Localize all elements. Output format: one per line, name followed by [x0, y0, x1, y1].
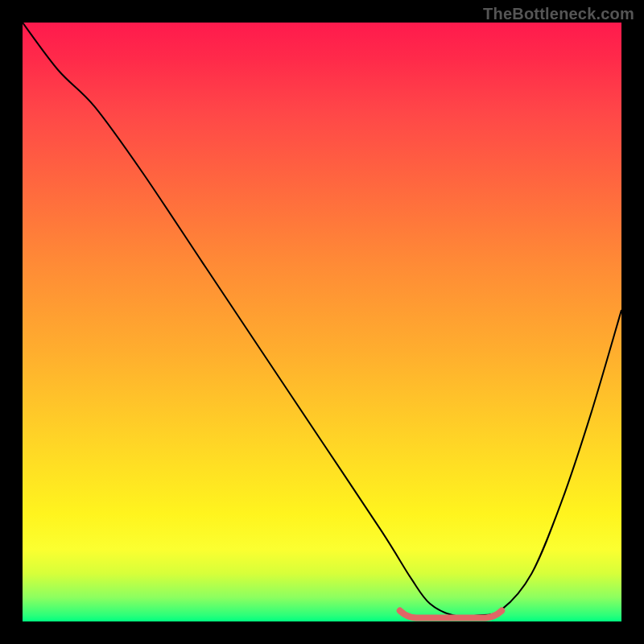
watermark-text: TheBottleneck.com — [483, 5, 634, 23]
chart-container: TheBottleneck.com — [0, 0, 644, 644]
plot-area — [23, 23, 621, 621]
curve-svg — [23, 23, 621, 621]
performance-curve — [23, 23, 621, 617]
